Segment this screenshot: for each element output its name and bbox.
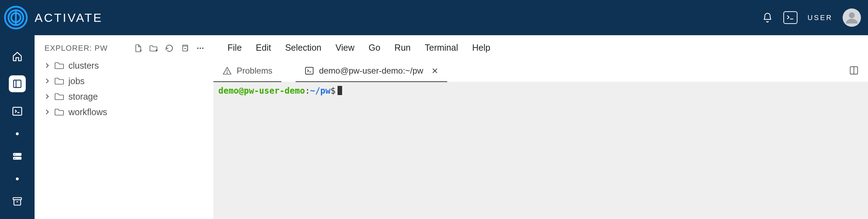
close-icon[interactable] — [432, 68, 438, 74]
folder-icon — [54, 77, 64, 85]
refresh-icon[interactable] — [165, 44, 174, 53]
new-file-icon[interactable] — [134, 44, 143, 53]
svg-point-10 — [14, 158, 15, 158]
menu-terminal[interactable]: Terminal — [425, 43, 458, 53]
svg-rect-24 — [306, 67, 314, 74]
terminal-dollar: $ — [330, 86, 335, 96]
rail-archive[interactable] — [9, 193, 26, 210]
terminal-cursor — [338, 86, 342, 95]
explorer-tree: clusters jobs storage — [35, 58, 213, 120]
tree-item-label: jobs — [68, 76, 85, 86]
folder-icon — [54, 62, 64, 69]
rail-storage[interactable] — [9, 148, 26, 165]
rail-separator-2 — [16, 177, 19, 180]
svg-rect-5 — [13, 107, 22, 115]
bell-icon[interactable] — [761, 12, 773, 24]
menu-help[interactable]: Help — [472, 43, 490, 53]
svg-rect-7 — [13, 153, 22, 156]
chevron-right-icon — [44, 94, 50, 99]
terminal-path: ~/pw — [310, 86, 330, 96]
svg-point-20 — [200, 48, 201, 49]
terminal-colon: : — [305, 86, 310, 96]
tree-item-clusters[interactable]: clusters — [44, 58, 213, 73]
menu-edit[interactable]: Edit — [256, 43, 271, 53]
topbar: ACTIVATE USER — [0, 0, 868, 35]
menu-go[interactable]: Go — [369, 43, 380, 53]
svg-rect-11 — [13, 198, 22, 200]
svg-rect-3 — [14, 80, 21, 88]
tabbar: Problems demo@pw-user-demo:~/pw — [213, 60, 868, 82]
tree-item-label: storage — [68, 92, 98, 102]
menu-file[interactable]: File — [227, 43, 242, 53]
tab-problems[interactable]: Problems — [213, 60, 281, 82]
tab-terminal[interactable]: demo@pw-user-demo:~/pw — [296, 60, 447, 82]
menu-selection[interactable]: Selection — [285, 43, 321, 53]
chevron-right-icon — [44, 63, 50, 68]
topbar-right: USER — [761, 8, 861, 27]
svg-point-19 — [197, 48, 199, 49]
terminal-content[interactable]: demo@pw-user-demo:~/pw$ — [213, 82, 868, 219]
editor-area: File Edit Selection View Go Run Terminal… — [213, 35, 868, 219]
menu-view[interactable]: View — [335, 43, 354, 53]
menu-run[interactable]: Run — [394, 43, 411, 53]
topbar-terminal-button[interactable] — [783, 11, 797, 24]
tree-item-label: workflows — [68, 107, 107, 117]
tree-item-workflows[interactable]: workflows — [44, 104, 213, 120]
svg-point-21 — [202, 48, 204, 49]
tab-label: demo@pw-user-demo:~/pw — [319, 66, 423, 76]
menubar: File Edit Selection View Go Run Terminal… — [213, 35, 868, 60]
explorer-title: EXPLORER: PW — [44, 44, 134, 53]
split-editor-icon[interactable] — [849, 65, 860, 76]
user-label[interactable]: USER — [807, 14, 833, 22]
chevron-right-icon — [44, 78, 50, 84]
warning-icon — [223, 66, 232, 75]
left-rail — [0, 35, 35, 219]
new-folder-icon[interactable] — [149, 44, 158, 53]
tab-label: Problems — [237, 66, 272, 76]
svg-rect-8 — [13, 157, 22, 159]
terminal-userhost: demo@pw-user-demo — [218, 86, 305, 96]
svg-point-2 — [849, 12, 855, 18]
folder-icon — [54, 108, 64, 116]
rail-separator — [16, 132, 19, 135]
brand-name: ACTIVATE — [35, 11, 103, 25]
svg-point-23 — [227, 73, 227, 74]
folder-icon — [54, 93, 64, 100]
rail-panel[interactable] — [9, 75, 26, 92]
more-icon[interactable] — [196, 44, 205, 53]
brand[interactable]: ACTIVATE — [4, 5, 103, 30]
chevron-right-icon — [44, 109, 50, 115]
rail-terminal[interactable] — [9, 103, 26, 120]
avatar[interactable] — [843, 8, 861, 27]
svg-point-9 — [14, 154, 15, 155]
terminal-icon — [305, 66, 314, 75]
collapse-all-icon[interactable] — [180, 44, 189, 53]
tree-item-label: clusters — [68, 61, 99, 71]
tree-item-storage[interactable]: storage — [44, 89, 213, 104]
brand-logo-icon — [4, 5, 28, 30]
explorer-header: EXPLORER: PW — [35, 44, 213, 58]
rail-home[interactable] — [9, 48, 26, 65]
explorer-sidebar: EXPLORER: PW — [35, 35, 213, 219]
tree-item-jobs[interactable]: jobs — [44, 73, 213, 89]
